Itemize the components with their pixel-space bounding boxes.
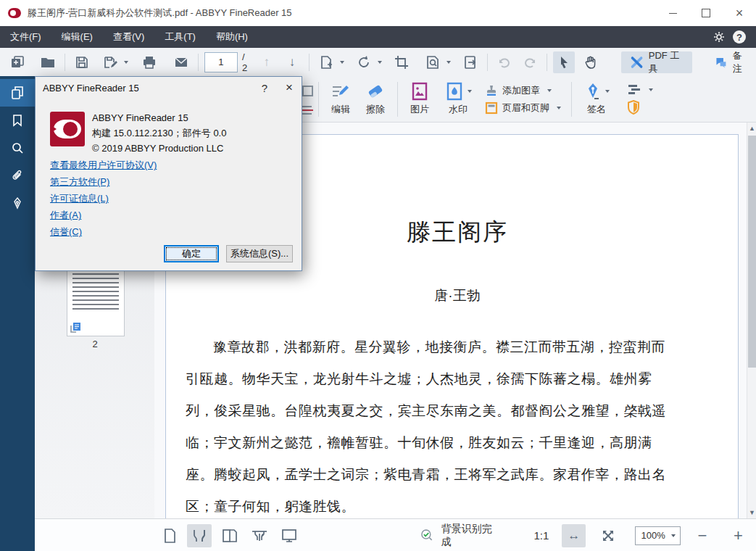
- undo-button[interactable]: [494, 51, 515, 73]
- fit-width-button[interactable]: ↔: [562, 524, 586, 547]
- header-footer-button[interactable]: 页眉和页脚: [485, 102, 561, 115]
- save-as-button[interactable]: [99, 51, 121, 73]
- single-page-view-button[interactable]: [157, 524, 181, 547]
- document-line: 引瓯越。物华天宝，龙光射牛斗之墟；人杰地灵，徐孺下陈蕃之榻。雄州雾: [186, 363, 729, 395]
- document-line: 区；童子何知，躬逢胜饯。: [186, 491, 729, 518]
- fit-width-page-icon: [192, 529, 207, 543]
- new-task-button[interactable]: [7, 51, 28, 73]
- crop-icon: [394, 54, 410, 70]
- abbyy-logo-icon: [7, 6, 22, 20]
- dialog-help-button[interactable]: ?: [252, 77, 277, 99]
- crop-button[interactable]: [391, 51, 412, 73]
- dialog-close-icon: ×: [286, 80, 293, 95]
- page-down-icon: ↓: [289, 56, 296, 68]
- next-page-button[interactable]: ↓: [281, 51, 303, 73]
- sidebar-item-pages[interactable]: [0, 79, 35, 107]
- menu-bar: 文件(F) 编辑(E) 查看(V) 工具(T) 帮助(H) ?: [0, 26, 756, 48]
- third-party-link[interactable]: 第三方软件(P): [50, 175, 109, 188]
- page-2-thumbnail[interactable]: [67, 268, 125, 336]
- shield-icon: [627, 100, 640, 115]
- sidebar-item-bookmarks[interactable]: [0, 107, 35, 134]
- ok-button[interactable]: 确定: [164, 245, 219, 262]
- continuous-scroll-icon: [251, 529, 268, 543]
- email-button[interactable]: [170, 51, 192, 73]
- picture-icon: [410, 82, 430, 101]
- layers-button[interactable]: [627, 84, 653, 96]
- actual-size-button[interactable]: 1:1: [533, 529, 549, 542]
- scroll-down-icon[interactable]: ▼: [747, 507, 756, 518]
- close-button[interactable]: ×: [723, 0, 756, 26]
- scrollbar-thumb[interactable]: [748, 136, 756, 368]
- protect-button[interactable]: [627, 100, 653, 115]
- picture-button[interactable]: 图片: [402, 80, 437, 117]
- print-button[interactable]: [138, 51, 160, 73]
- menu-help[interactable]: 帮助(H): [206, 26, 258, 48]
- sidebar-item-attachments[interactable]: [0, 162, 35, 189]
- redo-button[interactable]: [519, 51, 541, 73]
- two-page-view-button[interactable]: [217, 524, 241, 547]
- pdf-tools-button[interactable]: PDF 工具: [621, 51, 693, 73]
- menu-view[interactable]: 查看(V): [103, 26, 154, 48]
- add-pages-button[interactable]: [315, 51, 337, 73]
- add-stamp-button[interactable]: 添加图章: [485, 84, 561, 97]
- credits-link[interactable]: 信誉(C): [50, 225, 82, 239]
- watermark-button[interactable]: 水印: [437, 80, 479, 117]
- notes-button[interactable]: 备注: [707, 51, 756, 73]
- menu-file[interactable]: 文件(F): [0, 26, 51, 48]
- zoom-out-button[interactable]: −: [690, 524, 714, 547]
- about-product-name: ABBYY FineReader 15: [92, 110, 226, 125]
- sidebar-item-signatures[interactable]: [0, 189, 35, 217]
- open-button[interactable]: [37, 51, 59, 73]
- save-button[interactable]: [71, 51, 93, 73]
- about-dialog-titlebar[interactable]: ABBYY FineReader 15 ? ×: [36, 77, 302, 99]
- gear-icon[interactable]: [713, 30, 726, 44]
- system-info-button[interactable]: 系统信息(S)...: [226, 245, 293, 262]
- previous-page-button[interactable]: ↑: [256, 51, 278, 73]
- watermark-label: 水印: [449, 103, 468, 116]
- zoom-in-button[interactable]: +: [726, 524, 750, 547]
- help-icon[interactable]: ?: [733, 30, 746, 44]
- pdf-tools-icon: [630, 54, 644, 70]
- find-dropdown[interactable]: [446, 61, 451, 64]
- rotate-button[interactable]: [353, 51, 375, 73]
- edit-label: 编辑: [331, 103, 350, 116]
- authors-link[interactable]: 作者(A): [50, 209, 81, 222]
- sidebar-item-search[interactable]: [0, 134, 35, 162]
- watermark-icon: [444, 82, 465, 101]
- vertical-scrollbar[interactable]: ▲ ▼: [747, 123, 756, 518]
- erase-button[interactable]: 擦除: [358, 80, 393, 117]
- pdf-tools-label: PDF 工具: [649, 49, 684, 75]
- fit-screen-button[interactable]: [596, 524, 620, 547]
- add-pages-dropdown[interactable]: [340, 61, 344, 64]
- dialog-close-button[interactable]: ×: [277, 77, 302, 99]
- menu-edit[interactable]: 编辑(E): [51, 26, 103, 48]
- minimize-button[interactable]: [656, 0, 689, 26]
- recognition-status: 背景识别完成: [420, 523, 501, 549]
- picture-label: 图片: [410, 103, 429, 116]
- hand-tool-button[interactable]: [580, 51, 602, 73]
- maximize-button[interactable]: [689, 0, 723, 26]
- document-line: 座。腾蛟起凤，孟学士之词宗；紫电青霜，王将军之武库。家君作宰，路出名: [186, 459, 729, 491]
- save-as-dropdown[interactable]: [124, 61, 128, 64]
- rotate-dropdown[interactable]: [378, 61, 382, 64]
- select-tool-button[interactable]: [553, 51, 575, 73]
- page-number-input[interactable]: [204, 52, 238, 72]
- sign-button[interactable]: 签名: [576, 80, 617, 117]
- scroll-up-icon[interactable]: ▲: [747, 123, 756, 134]
- send-to-editor-button[interactable]: [460, 51, 481, 73]
- thumbnail-text-preview: [72, 273, 119, 311]
- fit-page-width-view-button[interactable]: [187, 524, 211, 547]
- document-body: 豫章故郡，洪都新府。星分翼轸，地接衡庐。襟三江而带五湖，控蛮荆而 引瓯越。物华天…: [186, 331, 729, 518]
- close-icon: ×: [736, 6, 744, 21]
- continuous-view-button[interactable]: [247, 524, 271, 547]
- zoom-out-icon: −: [698, 526, 707, 545]
- menu-tools[interactable]: 工具(T): [154, 26, 206, 48]
- fullscreen-view-button[interactable]: [278, 524, 302, 547]
- eula-link[interactable]: 查看最终用户许可协议(V): [50, 159, 157, 172]
- dialog-help-icon: ?: [262, 82, 267, 94]
- find-button[interactable]: [422, 51, 444, 73]
- license-info-link[interactable]: 许可证信息(L): [50, 192, 109, 205]
- edit-button[interactable]: 编辑: [323, 80, 358, 117]
- zoom-select[interactable]: 100%: [635, 526, 681, 545]
- about-copyright: © 2019 ABBYY Production LLC: [92, 141, 226, 156]
